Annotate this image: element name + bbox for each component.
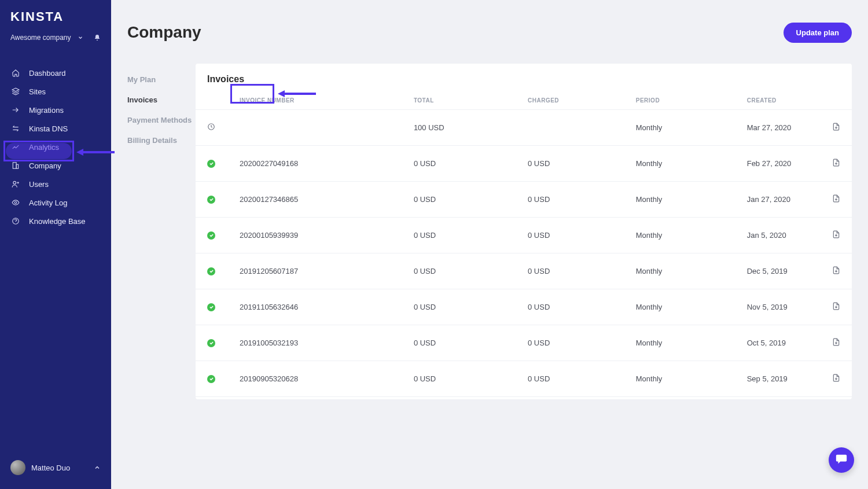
cell-download — [819, 289, 852, 325]
sidebar-item-label: Dashboard — [29, 69, 66, 78]
table-row[interactable]: 201912056071870 USD0 USDMonthlyDec 5, 20… — [196, 253, 852, 289]
cell-download — [819, 361, 852, 397]
sidebar-item-label: Analytics — [29, 143, 59, 152]
invoices-panel: Invoices INVOICE NUMBER TOTAL CHARGED PE… — [196, 64, 852, 399]
bell-icon[interactable] — [94, 34, 101, 41]
sidebar-item-label: Company — [29, 161, 61, 170]
update-plan-button[interactable]: Update plan — [784, 23, 852, 43]
col-charged: CHARGED — [516, 91, 624, 110]
download-icon[interactable] — [832, 302, 840, 310]
cell-invoice-number — [228, 110, 402, 146]
sidebar-item-dashboard[interactable]: Dashboard — [0, 64, 111, 82]
download-icon[interactable] — [832, 230, 840, 238]
clock-icon — [207, 123, 215, 131]
cell-period: Monthly — [624, 218, 735, 253]
cell-created: Oct 5, 2019 — [735, 325, 819, 361]
check-icon — [207, 160, 215, 168]
eye-icon — [10, 197, 21, 208]
avatar — [10, 460, 25, 475]
cell-total: 0 USD — [402, 182, 516, 218]
cell-total: 0 USD — [402, 289, 516, 325]
cell-charged: 0 USD — [516, 289, 624, 325]
cell-charged: 0 USD — [516, 325, 624, 361]
check-icon — [207, 196, 215, 204]
check-icon — [207, 231, 215, 240]
table-row[interactable]: 201911056326460 USD0 USDMonthlyNov 5, 20… — [196, 289, 852, 325]
chevron-down-icon — [78, 35, 83, 41]
check-icon — [207, 303, 215, 311]
sidebar-item-label: Migrations — [29, 106, 64, 115]
chevron-up-icon — [94, 464, 101, 471]
table-row[interactable]: 202001273468650 USD0 USDMonthlyJan 27, 2… — [196, 182, 852, 218]
cell-download — [819, 253, 852, 289]
chat-launcher[interactable] — [829, 447, 854, 473]
svg-point-6 — [14, 201, 17, 204]
download-icon[interactable] — [832, 374, 840, 382]
subnav-invoices[interactable]: Invoices — [127, 90, 190, 110]
download-icon[interactable] — [832, 266, 840, 274]
panel-title: Invoices — [196, 64, 852, 91]
sidebar-item-users[interactable]: Users — [0, 175, 111, 193]
company-selector[interactable]: Awesome company — [0, 28, 111, 52]
check-icon — [207, 339, 215, 347]
brand-logo: KINSTA — [10, 9, 101, 24]
download-icon[interactable] — [832, 194, 840, 203]
cell-period: Monthly — [624, 325, 735, 361]
sidebar-item-label: Users — [29, 180, 49, 189]
stack-icon — [10, 86, 21, 97]
page-title: Company — [127, 23, 201, 42]
subnav-payment-methods[interactable]: Payment Methods — [127, 110, 190, 130]
main-nav: Dashboard Sites Migrations Kinsta DNS An… — [0, 64, 111, 230]
subnav-billing-details[interactable]: Billing Details — [127, 130, 190, 150]
sidebar-item-dns[interactable]: Kinsta DNS — [0, 119, 111, 138]
page-header: Company Update plan — [111, 0, 868, 46]
table-row[interactable]: 202002270491680 USD0 USDMonthlyFeb 27, 2… — [196, 146, 852, 182]
cell-invoice-number: 20191205607187 — [228, 253, 402, 289]
logo-wrap: KINSTA — [0, 0, 111, 28]
cell-status — [196, 253, 228, 289]
users-icon — [10, 179, 21, 189]
cell-invoice-number: 20200105939939 — [228, 218, 402, 253]
table-row[interactable]: 201910050321930 USD0 USDMonthlyOct 5, 20… — [196, 325, 852, 361]
col-invoice-number: INVOICE NUMBER — [228, 91, 402, 110]
sidebar-item-label: Sites — [29, 87, 46, 96]
table-header-row: INVOICE NUMBER TOTAL CHARGED PERIOD CREA… — [196, 91, 852, 110]
cell-invoice-number: 20191105632646 — [228, 289, 402, 325]
cell-download — [819, 110, 852, 146]
cell-invoice-number: 20200227049168 — [228, 146, 402, 182]
download-icon[interactable] — [832, 159, 840, 167]
cell-total: 0 USD — [402, 325, 516, 361]
download-icon[interactable] — [832, 338, 840, 346]
user-footer[interactable]: Matteo Duo — [0, 452, 111, 489]
cell-invoice-number: 20190905320628 — [228, 361, 402, 397]
cell-created: Nov 5, 2019 — [735, 289, 819, 325]
sidebar-item-company[interactable]: Company — [0, 156, 111, 175]
cell-charged: 0 USD — [516, 361, 624, 397]
cell-total: 0 USD — [402, 146, 516, 182]
sidebar-item-knowledge[interactable]: Knowledge Base — [0, 212, 111, 230]
cell-total: 100 USD — [402, 110, 516, 146]
cell-period: Monthly — [624, 253, 735, 289]
check-icon — [207, 375, 215, 383]
cell-period: Monthly — [624, 182, 735, 218]
download-icon[interactable] — [832, 123, 840, 131]
cell-charged: 0 USD — [516, 146, 624, 182]
subnav-my-plan[interactable]: My Plan — [127, 69, 190, 90]
svg-marker-0 — [12, 88, 19, 91]
building-icon — [10, 160, 21, 171]
sidebar-item-label: Knowledge Base — [29, 217, 86, 226]
sidebar-item-sites[interactable]: Sites — [0, 82, 111, 101]
table-row[interactable]: 202001059399390 USD0 USDMonthlyJan 5, 20… — [196, 218, 852, 253]
table-row[interactable]: 100 USDMonthlyMar 27, 2020 — [196, 110, 852, 146]
col-download — [819, 91, 852, 110]
cell-status — [196, 361, 228, 397]
sidebar-item-activity[interactable]: Activity Log — [0, 193, 111, 212]
cell-download — [819, 218, 852, 253]
sidebar-item-analytics[interactable]: Analytics — [0, 138, 111, 156]
sidebar-item-migrations[interactable]: Migrations — [0, 101, 111, 119]
cell-status — [196, 146, 228, 182]
svg-rect-1 — [13, 163, 16, 169]
table-row[interactable]: 201909053206280 USD0 USDMonthlySep 5, 20… — [196, 361, 852, 397]
cell-period: Monthly — [624, 146, 735, 182]
user-name: Matteo Duo — [31, 464, 70, 472]
